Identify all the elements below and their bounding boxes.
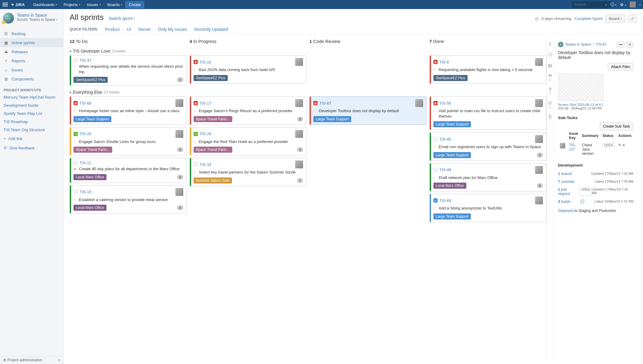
attach-files-button[interactable]: Attach Files [608, 63, 633, 71]
assignee-avatar[interactable] [295, 161, 303, 168]
sidebar-item-reports[interactable]: ⫯Reports [0, 56, 63, 65]
jira-logo[interactable]: ✦JIRA [11, 2, 25, 7]
issue-card[interactable]: ✔TIS-69↑Add a String anonymizer to TextU… [429, 194, 547, 222]
issue-card[interactable]: ·TIS-45↑Email non registered users to si… [429, 132, 547, 161]
attachment-name-link[interactable]: Screen Shot 2015-08-13 at 4.1 [558, 103, 603, 106]
issue-key-link[interactable]: TIS-26 [200, 132, 211, 136]
add-link-button[interactable]: +Add link [0, 134, 63, 143]
sidebar-item-backlog[interactable]: ☰Backlog [0, 29, 63, 38]
subtask-delete-icon[interactable]: ⊗ [622, 143, 625, 147]
issue-card[interactable]: ■TIS-8↑Requesting avaliable flights is n… [429, 55, 547, 84]
create-button[interactable]: Create [125, 1, 144, 8]
epic-badge[interactable]: Local Mars Office [73, 205, 106, 211]
issue-card[interactable]: ■TIS-56↑Add pointer to main css file to … [429, 96, 547, 130]
attachment-thumbnail[interactable] [558, 74, 603, 101]
detail-attachments-icon[interactable]: ⚲ [549, 87, 552, 92]
shortcut-link[interactable]: TIS Roadmap [0, 118, 63, 126]
swimlane-header[interactable]: ▾ Everything Else 21 issues [70, 88, 546, 96]
board-dropdown[interactable]: Board▾ [605, 15, 625, 23]
assignee-avatar[interactable] [175, 188, 183, 196]
issue-key-link[interactable]: TIS-49 [439, 167, 451, 172]
epic-badge[interactable]: Summer Saturn Sale [194, 177, 232, 184]
issue-card[interactable]: ·TIS-37↑When requesting user details the… [70, 55, 187, 86]
epic-badge[interactable]: Space Travel Partn... [194, 147, 232, 153]
epic-badge[interactable]: SeeSpaceEZ Plus [73, 77, 108, 83]
complete-sprint-link[interactable]: Complete Sprint [574, 16, 602, 21]
search-icon[interactable]: ⌕ [605, 2, 607, 7]
collapse-sidebar-icon[interactable]: « [58, 358, 60, 362]
nav-projects[interactable]: Projects ▾ [60, 1, 83, 9]
settings-icon[interactable]: ⚙ ▾ [620, 2, 626, 7]
epic-badge[interactable]: SeeSpaceEZ Plus [194, 75, 228, 81]
issue-key-link[interactable]: TIS-68 [80, 101, 91, 106]
dev-row[interactable]: 7 commitsLatest 17/May/14 7:30 AM [558, 178, 633, 186]
issue-key-link[interactable]: TIS-17 [200, 101, 211, 106]
issue-card[interactable]: ■TIS-10↑Bad JSON data coming back from h… [190, 55, 307, 84]
issue-key-link[interactable]: TIS-37 [80, 58, 91, 63]
nav-issues[interactable]: Issues ▾ [84, 1, 104, 9]
detail-close-button[interactable]: ✕ [626, 42, 633, 47]
sidebar-item-releases[interactable]: ⛴Releases [0, 47, 63, 56]
dev-row[interactable]: 1 pull request OPENUpdated 17/May/14 7:3… [558, 186, 633, 198]
epic-badge[interactable]: Large Team Support [433, 213, 471, 219]
dev-row[interactable]: 1 branchUpdated 17/May/14 7:32 AM [558, 170, 633, 178]
detail-description-icon[interactable]: ▤ [548, 63, 552, 68]
sidebar-item-active-sprints[interactable]: ▦Active sprints [0, 38, 63, 47]
swimlane-header[interactable]: ▾ TIS Developer Love 3 issues [70, 47, 546, 55]
project-avatar[interactable] [3, 13, 14, 24]
shortcut-link[interactable]: Spotify Team Play List [0, 109, 63, 118]
filter-recently-updated[interactable]: Recently Updated [194, 27, 228, 32]
epic-badge[interactable]: Large Team Support [433, 152, 471, 158]
epic-badge[interactable]: Large Team Support [73, 116, 111, 122]
shortcut-link[interactable]: TIS Team Org Structure [0, 126, 63, 134]
issue-card[interactable]: +TIS-20↓Engage Saturn Shuttle Lines for … [70, 127, 187, 156]
epic-badge[interactable]: SeeSpaceEZ Plus [433, 75, 468, 81]
assignee-avatar[interactable] [535, 99, 543, 107]
nav-boards[interactable]: Boards ▾ [104, 1, 125, 9]
detail-info-icon[interactable]: ⓘ [548, 52, 552, 57]
issue-key-link[interactable]: TIS-56 [439, 101, 451, 106]
issue-card[interactable]: +TIS-26↓Engage the Red Titan Hotel as a … [190, 127, 307, 156]
subtask-key-link[interactable]: TIS-127 [569, 143, 576, 151]
filter-ui[interactable]: UI [127, 27, 131, 32]
switch-sprint-dropdown[interactable]: Switch sprint▾ [109, 16, 135, 21]
assignee-avatar[interactable] [415, 99, 423, 107]
shortcut-link[interactable]: Mercury Team HipChat Room [0, 93, 63, 101]
filter-only-my-issues[interactable]: Only My Issues [158, 27, 187, 32]
nav-dashboards[interactable]: Dashboards ▾ [30, 1, 60, 9]
project-admin-link[interactable]: ⚙ Project administration [3, 358, 42, 362]
sidebar-item-components[interactable]: ⊞Components [0, 74, 63, 83]
subtask-edit-icon[interactable]: ✎ [618, 143, 621, 147]
epic-badge[interactable]: Space Travel Partn... [73, 147, 112, 153]
issue-key-link[interactable]: TIS-10 [200, 60, 211, 64]
epic-badge[interactable]: Space Travel Partn... [194, 116, 232, 122]
issue-key-link[interactable]: TIS-33 [200, 162, 211, 167]
assignee-avatar[interactable] [535, 166, 543, 174]
issue-card[interactable]: ·TIS-49↑Draft network plan for Mars Offi… [429, 163, 547, 192]
issue-key-link[interactable]: TIS-67 [319, 101, 331, 106]
detail-project-link[interactable]: Teams in Space [565, 42, 591, 47]
detail-comments-icon[interactable]: ✉ [548, 73, 552, 78]
assignee-avatar[interactable] [295, 130, 303, 138]
issue-card[interactable]: ·TIS-15↑Establish a catering vendor to p… [70, 185, 187, 214]
detail-more-button[interactable]: ••• [617, 42, 625, 47]
subtask-row[interactable]: TIS-127 Check Java version OPEN ✎ ⊗ [558, 141, 633, 158]
epic-badge[interactable]: Large Team Support [313, 116, 351, 122]
assignee-avatar[interactable] [295, 58, 303, 66]
issue-key-link[interactable]: TIS-20 [80, 132, 91, 136]
assignee-avatar[interactable] [175, 99, 183, 107]
issue-key-link[interactable]: TIS-45 [439, 137, 451, 141]
issue-key-link[interactable]: TIS-15 [80, 190, 91, 194]
epic-badge[interactable]: Local Mars Office [73, 174, 106, 180]
project-type-dropdown[interactable]: Scrum: Teams in Space▾ [17, 18, 57, 22]
create-subtask-button[interactable]: Create Sub-Task [600, 122, 633, 130]
assignee-avatar[interactable] [295, 99, 303, 107]
filter-product[interactable]: Product [105, 27, 119, 32]
issue-card[interactable]: ·TIS-12⊘Create 90 day plans for all depa… [70, 158, 187, 183]
detail-dev-icon[interactable]: {} [549, 114, 551, 119]
issue-card[interactable]: ■TIS-68↑Homepage footer uses an inline s… [70, 96, 187, 125]
help-icon[interactable]: ⓘ ▾ [610, 2, 617, 7]
detail-drag-icon[interactable]: ⠿ [549, 42, 552, 47]
issue-key-link[interactable]: TIS-8 [439, 60, 449, 64]
assignee-avatar[interactable] [175, 130, 183, 138]
